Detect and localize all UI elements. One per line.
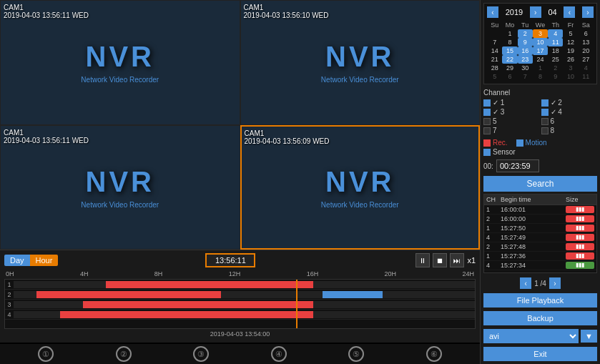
cal-day-31[interactable]: 1 [533,64,548,72]
cal-next-month[interactable]: › [582,6,594,18]
cal-day-12[interactable]: 12 [563,38,578,46]
channel-checkbox-5[interactable] [483,118,491,125]
results-row-6[interactable]: 4 15:27:34 ▮▮▮ [484,261,596,270]
cal-day-13[interactable]: 13 [579,38,594,46]
cal-day-22[interactable]: 22 [502,55,517,64]
results-row-2[interactable]: 1 15:27:50 ▮▮▮ [484,224,596,233]
channel-checkbox-2[interactable] [541,99,549,107]
video-cell-2[interactable]: CAM1 2019-04-03 13:56:10 WED NVR Network… [240,0,481,125]
result-ch-4: 2 [486,243,501,250]
channel-item-6[interactable]: 6 [541,117,598,125]
channel-item-4[interactable]: ✓ 4 [541,108,598,116]
channel-item-3[interactable]: ✓ 3 [483,108,540,116]
channel-item-2[interactable]: ✓ 2 [541,99,598,107]
cal-day-18[interactable]: 18 [548,46,563,55]
cal-day-36[interactable]: 6 [502,72,517,81]
page-prev-button[interactable]: ‹ [520,277,531,289]
format-select[interactable]: avi mp4 [483,329,579,343]
type-motion-checkbox[interactable] [516,139,523,147]
search-button[interactable]: Search [483,176,597,192]
cal-day-3[interactable]: 3 [533,29,548,38]
channel-checkbox-3[interactable] [483,109,491,116]
channel-checkbox-6[interactable] [541,118,549,125]
result-begin-4: 15:27:48 [501,243,566,250]
results-row-4[interactable]: 2 15:27:48 ▮▮▮ [484,242,596,252]
type-rec-item[interactable]: Rec. [483,139,508,147]
timeline-time-input[interactable] [205,253,255,267]
nvr-logo-3: NVR [86,166,154,198]
video-cell-1[interactable]: CAM1 2019-04-03 13:56:11 WED NVR Network… [0,0,240,125]
cal-day-14[interactable]: 14 [487,46,502,55]
cal-day-26[interactable]: 26 [563,55,578,64]
channel-item-8[interactable]: 8 [541,127,598,134]
cal-day-5[interactable]: 5 [563,29,578,38]
cal-day-38[interactable]: 8 [533,72,548,81]
cal-day-8[interactable]: 8 [502,38,517,46]
cal-day-15[interactable]: 15 [502,46,517,55]
cal-day-25[interactable]: 25 [548,55,563,64]
channel-label-5: 5 [493,117,497,125]
cal-day-20[interactable]: 20 [579,46,594,55]
cal-day-33[interactable]: 3 [563,64,578,72]
channel-item-5[interactable]: 5 [483,117,540,125]
cal-day-32[interactable]: 2 [548,64,563,72]
channel-checkbox-4[interactable] [541,109,549,116]
cal-day-35[interactable]: 5 [487,72,502,81]
channel-checkbox-7[interactable] [483,127,491,134]
page-next-button[interactable]: › [549,277,561,289]
timeline-tracks[interactable]: 1 2 3 [4,279,476,329]
cal-day-6[interactable]: 6 [579,29,594,38]
day-button[interactable]: Day [4,255,30,266]
time-input[interactable] [496,159,539,172]
stop-button[interactable]: ⏹ [433,253,447,267]
channel-item-7[interactable]: 7 [483,127,540,134]
type-sensor-checkbox[interactable] [483,149,491,156]
video-cell-4[interactable]: CAM1 2019-04-03 13:56:09 WED NVR Network… [240,125,481,250]
file-playback-button[interactable]: File Playback [483,293,597,308]
backup-button[interactable]: Backup [483,311,597,325]
cal-day-2[interactable]: 2 [518,29,533,38]
results-row-1[interactable]: 2 16:00:00 ▮▮▮ [484,215,596,224]
cal-day-10[interactable]: 10 [533,38,548,46]
cal-day-4[interactable]: 4 [548,29,563,38]
cal-day-39[interactable]: 9 [548,72,563,81]
cal-day-1[interactable]: 1 [502,29,517,38]
cal-day-30[interactable]: 30 [518,64,533,72]
type-sensor-item[interactable]: Sensor [483,148,516,156]
cal-day-40[interactable]: 10 [563,72,578,81]
channel-label-3: ✓ 3 [493,108,504,116]
cal-header-tu: Tu [518,21,533,29]
cal-day-19[interactable]: 19 [563,46,578,55]
cal-day-24[interactable]: 24 [533,55,548,64]
cal-day-27[interactable]: 27 [579,55,594,64]
cal-day-34[interactable]: 4 [579,64,594,72]
cal-prev-year[interactable]: ‹ [487,6,498,18]
channel-checkbox-1[interactable] [483,99,491,107]
format-dropdown-button[interactable]: ▼ [581,330,597,343]
cal-day-17[interactable]: 17 [533,46,548,55]
fast-forward-button[interactable]: ⏭ [450,253,464,267]
cal-next-year[interactable]: › [530,6,541,18]
cal-day-11[interactable]: 11 [548,38,563,46]
channel-checkbox-8[interactable] [541,127,549,134]
cal-day-41[interactable]: 11 [579,72,594,81]
cal-day-16[interactable]: 16 [518,46,533,55]
cal-day-7[interactable]: 7 [487,38,502,46]
cal-prev-month[interactable]: ‹ [564,6,575,18]
cal-day-23[interactable]: 23 [518,55,533,64]
hour-button[interactable]: Hour [30,255,59,266]
channel-item-1[interactable]: ✓ 1 [483,99,540,107]
pause-button[interactable]: ⏸ [415,253,430,267]
video-cell-3[interactable]: CAM1 2019-04-03 13:56:11 WED NVR Network… [0,125,240,250]
exit-button[interactable]: Exit [483,347,597,361]
cal-day-37[interactable]: 7 [518,72,533,81]
cal-day-21[interactable]: 21 [487,55,502,64]
type-motion-item[interactable]: Motion [516,139,547,147]
results-row-5[interactable]: 1 15:27:36 ▮▮▮ [484,252,596,261]
cal-day-28[interactable]: 28 [487,64,502,72]
cal-day-29[interactable]: 29 [502,64,517,72]
cal-day-9[interactable]: 9 [518,38,533,46]
type-rec-checkbox[interactable] [483,139,491,147]
results-row-3[interactable]: 4 15:27:49 ▮▮▮ [484,233,596,242]
results-row-0[interactable]: 1 16:00:01 ▮▮▮ [484,205,596,215]
